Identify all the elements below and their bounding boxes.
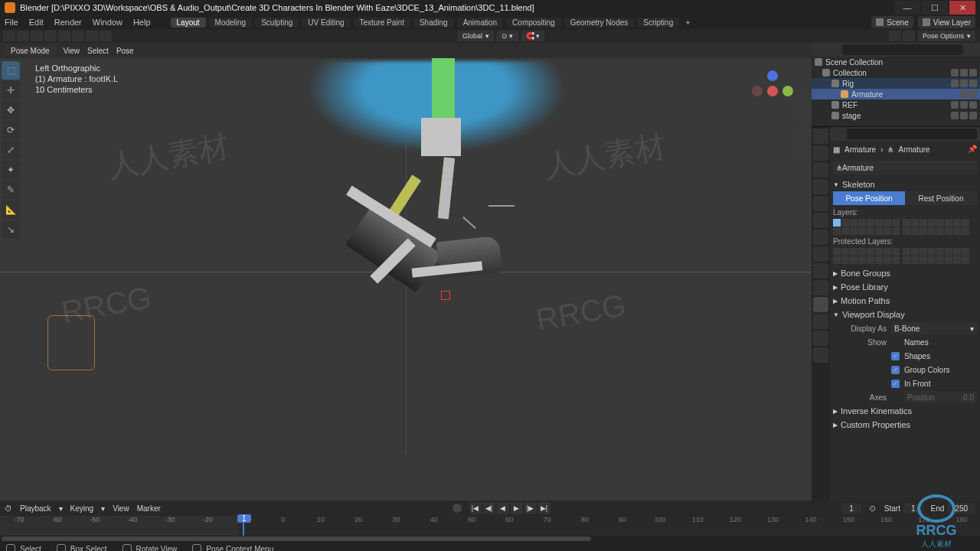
outliner-collection[interactable]: Collection [812, 67, 980, 78]
outliner-filter-icon[interactable] [828, 44, 839, 55]
vp-zoom-icon[interactable] [795, 89, 808, 103]
chk-group-colors[interactable]: ✓Group Colors [891, 364, 949, 376]
orientation-field[interactable]: Global ▾ [458, 31, 494, 41]
pin-icon[interactable]: 📌 [968, 145, 977, 154]
display-as-field[interactable]: B-Bone▾ [891, 322, 977, 334]
eye-icon[interactable] [960, 101, 968, 109]
prop-tab-constraint[interactable] [813, 280, 828, 295]
3d-viewport[interactable]: Pose Mode View Select Pose Left Orthogra… [0, 43, 812, 500]
bone-ik-target[interactable] [488, 205, 514, 207]
prop-tab-world[interactable] [813, 196, 828, 211]
vp-camera-icon[interactable] [795, 126, 808, 139]
datablock-name-field[interactable]: ⋔ Armature [833, 161, 977, 174]
prop-search-input[interactable] [847, 129, 977, 139]
eye-icon[interactable] [960, 90, 968, 98]
jump-start-btn[interactable]: |◀ [469, 502, 482, 514]
scrollbar-thumb[interactable] [2, 536, 591, 541]
outliner[interactable]: Scene Collection Collection Rig Armature… [812, 43, 980, 127]
rest-position-btn[interactable]: Rest Position [905, 191, 977, 205]
section-pose-library[interactable]: Pose Library [833, 280, 977, 294]
toolbar-btn[interactable] [3, 31, 15, 41]
section-custom-props[interactable]: Custom Properties [833, 418, 977, 432]
vp-pan-icon[interactable] [795, 107, 808, 121]
section-bone-groups[interactable]: Bone Groups [833, 266, 977, 280]
prop-tab-scene[interactable] [813, 179, 828, 194]
tab-uv[interactable]: UV Editing [302, 18, 350, 28]
vp-menu-view[interactable]: View [64, 47, 80, 55]
toolbar-btn[interactable] [44, 31, 57, 41]
prop-tab-viewlayer[interactable] [813, 162, 828, 178]
timeline-track[interactable]: 1 -70-60-50-40-30-20-1001020304050607080… [0, 516, 980, 536]
tab-geonodes[interactable]: Geometry Nodes [564, 18, 635, 28]
tool-cursor[interactable]: ✛ [2, 81, 20, 99]
protected-layers[interactable] [833, 248, 977, 264]
preview-range-icon[interactable]: ⏲ [869, 504, 877, 513]
tool-rotate[interactable]: ⟳ [2, 121, 20, 139]
checkbox-icon[interactable] [951, 69, 959, 77]
window-minimize[interactable]: — [894, 1, 920, 15]
tl-menu-view[interactable]: View [113, 504, 129, 513]
snap-field[interactable]: 🧲 ▾ [521, 31, 545, 41]
toolbar-btn[interactable] [17, 31, 29, 41]
prop-tab-render[interactable] [813, 129, 828, 144]
render-icon[interactable] [969, 112, 977, 119]
tab-add[interactable]: + [682, 18, 693, 27]
menu-edit[interactable]: Edit [29, 18, 44, 27]
bone-control-green[interactable] [432, 58, 455, 119]
outliner-funnel-icon[interactable] [966, 44, 977, 55]
render-icon[interactable] [969, 90, 977, 98]
current-frame-field[interactable]: 1 [841, 504, 861, 514]
tool-transform[interactable]: ✦ [2, 161, 20, 179]
play-rev-btn[interactable]: ◀ [497, 502, 509, 514]
section-ik[interactable]: Inverse Kinematics [833, 404, 977, 418]
eye-icon[interactable] [960, 69, 968, 77]
prop-tab-physics[interactable] [813, 263, 828, 279]
chk-shapes[interactable]: ✓Shapes [891, 350, 930, 362]
jump-end-btn[interactable]: ▶| [538, 502, 550, 514]
autokey-icon[interactable] [452, 504, 462, 513]
tool-annotate[interactable]: ✎ [2, 181, 20, 199]
prop-tab-particles[interactable] [813, 246, 828, 262]
vp-persp-icon[interactable] [795, 144, 808, 158]
outliner-item-rig[interactable]: Rig [812, 78, 980, 89]
section-skeleton[interactable]: Skeleton [833, 178, 977, 191]
vp-menu-pose[interactable]: Pose [116, 47, 134, 55]
toolbar-btn[interactable] [889, 31, 901, 41]
eye-icon[interactable] [960, 112, 968, 119]
gizmo-x[interactable] [752, 86, 763, 96]
toolbar-btn[interactable] [72, 31, 84, 41]
toolbar-btn[interactable] [31, 31, 43, 41]
prop-tab-armature[interactable] [813, 297, 828, 312]
tl-menu-playback[interactable]: Playback [20, 504, 51, 513]
render-icon[interactable] [969, 80, 977, 87]
mode-selector[interactable]: Pose Mode [5, 46, 56, 56]
menu-file[interactable]: File [5, 18, 18, 27]
prop-tab-bone[interactable] [813, 314, 828, 329]
tool-scale[interactable]: ⤢ [2, 141, 20, 159]
nav-gizmo[interactable] [752, 70, 793, 112]
axes-position-field[interactable]: Position0.0 [904, 391, 977, 403]
bone-lower-leg[interactable] [438, 157, 455, 219]
key-prev-btn[interactable]: ◀| [483, 502, 495, 514]
tab-shading[interactable]: Shading [413, 18, 454, 28]
prop-tab-modifiers[interactable] [813, 230, 828, 245]
tab-texpaint[interactable]: Texture Paint [354, 18, 410, 28]
pivot-field[interactable]: ⊙ ▾ [497, 31, 518, 41]
render-icon[interactable] [969, 101, 977, 109]
gizmo-center[interactable] [767, 86, 778, 96]
chk-axes[interactable] [891, 393, 900, 402]
gizmo-y[interactable] [782, 86, 793, 96]
tool-measure[interactable]: 📐 [2, 201, 20, 219]
checkbox-icon[interactable] [951, 80, 959, 87]
play-btn[interactable]: ▶ [511, 502, 523, 514]
pose-options[interactable]: Pose Options ▾ [918, 31, 975, 41]
crumb-object[interactable]: Armature [844, 145, 876, 154]
bone-pole-target[interactable] [462, 217, 476, 229]
scene-field[interactable]: Scene [871, 16, 913, 28]
window-maximize[interactable]: ☐ [922, 1, 948, 15]
armature-layers[interactable] [833, 219, 977, 235]
outliner-item-ref[interactable]: REF [812, 99, 980, 110]
prop-tab-object[interactable] [813, 213, 828, 228]
tool-breakdown[interactable]: ↘ [2, 220, 20, 239]
outliner-scene-collection[interactable]: Scene Collection [812, 57, 980, 67]
